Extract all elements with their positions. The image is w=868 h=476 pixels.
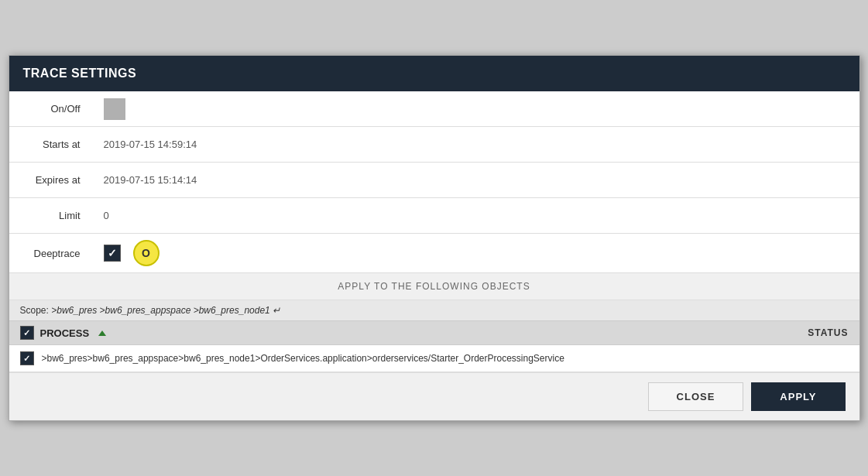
status-column-label: STATUS (808, 327, 848, 338)
expires-at-value: 2019-07-15 15:14:14 (94, 166, 859, 193)
sort-arrow-icon[interactable] (98, 330, 106, 336)
scope-value: >bw6_pres >bw6_pres_appspace >bw6_pres_n… (51, 305, 280, 316)
starts-at-row: Starts at 2019-07-15 14:59:14 (9, 127, 859, 163)
starts-at-label: Starts at (9, 139, 94, 150)
process-path: >bw6_pres>bw6_pres_appspace>bw6_pres_nod… (42, 352, 849, 365)
deeptrace-controls: O (94, 234, 169, 272)
dialog-body: On/Off Starts at 2019-07-15 14:59:14 Exp… (9, 91, 859, 372)
on-off-row: On/Off (9, 91, 859, 127)
apply-button[interactable]: APPLY (751, 382, 845, 411)
scope-label: Scope: (20, 305, 49, 316)
dialog-title: TRACE SETTINGS (23, 67, 137, 80)
process-header-checkbox[interactable] (20, 326, 34, 340)
starts-at-value: 2019-07-15 14:59:14 (94, 131, 859, 158)
objects-section-title: APPLY TO THE FOLLOWING OBJECTS (338, 281, 530, 292)
close-button[interactable]: CLOSE (648, 382, 744, 411)
process-item-checkbox[interactable] (20, 351, 34, 365)
dialog-header: TRACE SETTINGS (9, 56, 859, 91)
trace-settings-dialog: TRACE SETTINGS On/Off Starts at 2019-07-… (9, 55, 860, 421)
process-check-area: PROCESS (20, 326, 808, 340)
process-header-row: PROCESS STATUS (9, 321, 859, 345)
limit-value: 0 (94, 202, 859, 229)
dialog-footer: CLOSE APPLY (9, 372, 859, 420)
on-off-label: On/Off (9, 103, 94, 115)
deeptrace-checkbox[interactable] (104, 245, 121, 262)
expires-at-row: Expires at 2019-07-15 15:14:14 (9, 163, 859, 198)
on-off-toggle[interactable] (104, 98, 125, 120)
deeptrace-o-button[interactable]: O (133, 240, 160, 266)
expires-at-label: Expires at (9, 174, 94, 186)
process-item-row: >bw6_pres>bw6_pres_appspace>bw6_pres_nod… (9, 345, 859, 372)
deeptrace-row: Deeptrace O (9, 234, 859, 273)
limit-label: Limit (9, 210, 94, 221)
limit-row: Limit 0 (9, 198, 859, 234)
process-header-label: PROCESS (40, 327, 90, 339)
objects-section-header: APPLY TO THE FOLLOWING OBJECTS (9, 273, 859, 300)
scope-row: Scope: >bw6_pres >bw6_pres_appspace >bw6… (9, 300, 859, 321)
deeptrace-label: Deeptrace (9, 248, 94, 259)
